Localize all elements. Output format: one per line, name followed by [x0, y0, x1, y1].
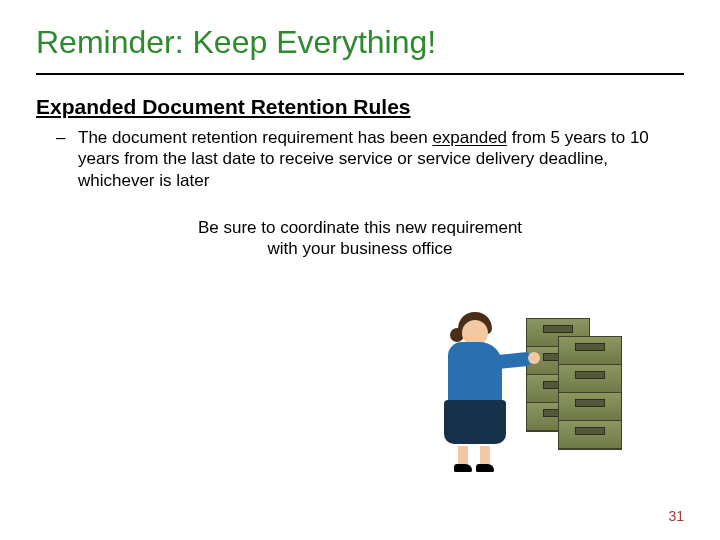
bullet-item: The document retention requirement has b…: [64, 127, 684, 191]
person-shoe: [454, 464, 472, 472]
person-at-filing-cabinets-icon: [440, 300, 640, 470]
title-underline: [36, 73, 684, 75]
person-leg: [458, 446, 468, 466]
slide-title: Reminder: Keep Everything!: [36, 24, 684, 71]
callout-line-2: with your business office: [36, 238, 684, 259]
person-shoe: [476, 464, 494, 472]
person-hand: [528, 352, 540, 364]
bullet-list: The document retention requirement has b…: [36, 127, 684, 191]
filing-cabinet-icon: [558, 336, 622, 450]
slide: Reminder: Keep Everything! Expanded Docu…: [0, 0, 720, 540]
page-number: 31: [668, 508, 684, 524]
section-heading: Expanded Document Retention Rules: [36, 95, 684, 119]
callout-text: Be sure to coordinate this new requireme…: [36, 217, 684, 260]
bullet-text-pre: The document retention requirement has b…: [78, 128, 432, 147]
person-leg: [480, 446, 490, 466]
bullet-text-emph: expanded: [432, 128, 507, 147]
person-skirt: [444, 400, 506, 444]
callout-line-1: Be sure to coordinate this new requireme…: [36, 217, 684, 238]
